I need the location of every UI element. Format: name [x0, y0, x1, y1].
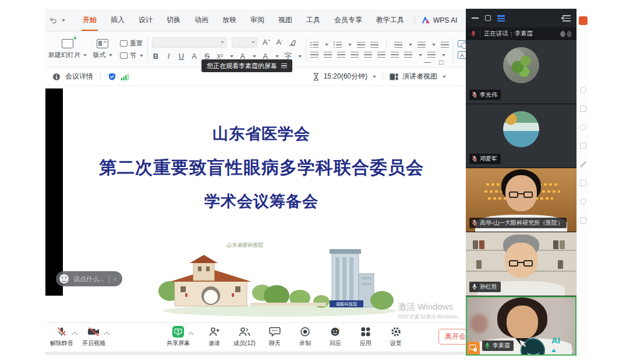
bold-button[interactable]: B: [152, 52, 160, 61]
panel-icon[interactable]: [580, 124, 586, 130]
tab-member[interactable]: 会员专享: [327, 9, 369, 31]
tab-transitions[interactable]: 切换: [160, 9, 187, 31]
tab-insert[interactable]: 插入: [104, 9, 132, 31]
reset-button[interactable]: 重置: [120, 39, 143, 48]
panel-icon[interactable]: [580, 87, 586, 93]
new-slide-icon: [62, 39, 73, 48]
tab-review[interactable]: 审阅: [243, 9, 271, 31]
participant-tile-3[interactable]: 高华-山一大眼科研究所（医院）: [466, 168, 576, 232]
clear-format-icon[interactable]: [288, 39, 296, 46]
align-center-icon[interactable]: [324, 52, 332, 58]
new-slide-button[interactable]: 新建幻灯片: [50, 39, 85, 59]
participant-name: 邓爱军: [480, 155, 497, 163]
panel-icon[interactable]: [580, 217, 586, 223]
apps-button[interactable]: 应用: [355, 326, 377, 347]
chat-input-placeholder[interactable]: 说点什么...: [73, 275, 104, 283]
panel-icon-active[interactable]: [579, 16, 588, 25]
book: [560, 240, 565, 249]
phonetic-guide-icon[interactable]: [394, 42, 402, 48]
char-spacing-button[interactable]: A: [190, 52, 198, 61]
collapse-panel-icon[interactable]: [562, 15, 571, 22]
view-caret-icon[interactable]: [443, 76, 446, 80]
superscript-button[interactable]: X²: [216, 53, 224, 60]
chat-button[interactable]: 聊天: [264, 326, 286, 347]
undo-icon[interactable]: [49, 17, 56, 24]
minimize-icon[interactable]: —: [424, 58, 431, 66]
share-screen-button[interactable]: 共享屏幕: [167, 326, 190, 347]
tab-slideshow[interactable]: 放映: [215, 9, 243, 31]
meeting-details-link[interactable]: 会议详情: [65, 72, 93, 81]
participant-name-badge: 高华-山一大眼科研究所（医院）: [469, 218, 567, 228]
unmute-button[interactable]: 解除静音: [50, 326, 73, 347]
align-left-icon[interactable]: [310, 52, 319, 58]
tab-view[interactable]: 视图: [271, 9, 299, 31]
participant-tile-1[interactable]: 李光伟: [466, 40, 576, 104]
bullet-list-icon[interactable]: [310, 42, 319, 48]
participant-tile-2[interactable]: 邓爱军: [466, 104, 576, 168]
increase-font-button[interactable]: A: [263, 38, 270, 47]
underline-button[interactable]: U: [178, 52, 185, 61]
section-button[interactable]: 节: [120, 51, 143, 60]
distribute-icon[interactable]: [364, 52, 372, 58]
settings-button[interactable]: 设置: [385, 326, 407, 347]
columns-icon[interactable]: [377, 52, 385, 58]
tab-tools[interactable]: 工具: [299, 9, 327, 31]
tab-design[interactable]: 设计: [132, 9, 160, 31]
participant-tile-4[interactable]: 孙红胜: [466, 232, 576, 296]
invite-button[interactable]: 邀请: [203, 326, 225, 347]
network-signal-icon[interactable]: [121, 73, 129, 80]
participant-name: 高华-山一大眼科研究所（医院）: [480, 219, 563, 227]
start-video-button[interactable]: 开启视频: [82, 326, 105, 347]
tooltip-menu-icon[interactable]: [281, 63, 287, 68]
layout-button[interactable]: 版式: [85, 39, 120, 59]
format-painter-icon[interactable]: [441, 42, 449, 48]
record-button[interactable]: 录制: [294, 326, 316, 347]
sidebar-layout-icon[interactable]: [497, 15, 505, 22]
paragraph-settings-icon[interactable]: [427, 52, 436, 58]
quick-chat-pill[interactable]: 说点什么... ‹: [56, 271, 122, 286]
quick-access-caret-icon[interactable]: [62, 19, 65, 23]
layout-label: 版式: [93, 51, 106, 59]
maximize-icon[interactable]: □: [439, 58, 443, 66]
italic-button[interactable]: I: [165, 52, 172, 61]
participant-name: 李光伟: [480, 91, 497, 99]
decrease-font-button[interactable]: A: [275, 38, 283, 47]
security-shield-icon[interactable]: [108, 72, 116, 81]
view-mode-select[interactable]: 演讲者视图: [402, 72, 437, 81]
panel-icon[interactable]: [580, 161, 586, 168]
font-family-select[interactable]: [152, 37, 227, 48]
hospital-sign-text: 省眼科医院: [335, 301, 358, 307]
panel-icon[interactable]: [580, 143, 586, 149]
tab-animations[interactable]: 动画: [187, 9, 215, 31]
panel-icon[interactable]: [580, 105, 586, 112]
emoji-icon[interactable]: [59, 274, 69, 283]
line-spacing-icon[interactable]: [417, 42, 426, 48]
reactions-button[interactable]: 回应: [324, 326, 346, 347]
sidebar-header: [466, 9, 576, 27]
tab-wps-ai[interactable]: WPS AI: [419, 16, 461, 24]
numbered-list-icon[interactable]: [334, 42, 342, 48]
timer-caret-icon[interactable]: [373, 76, 376, 80]
reset-icon: [120, 40, 128, 47]
font-size-select[interactable]: [232, 37, 257, 48]
active-speaker-bar: 正在讲话：李素霞: [466, 27, 576, 40]
members-button[interactable]: 成员(12): [233, 326, 256, 347]
numbering-settings-icon[interactable]: [404, 52, 412, 58]
collapse-chat-icon[interactable]: ‹: [114, 275, 116, 282]
meeting-timer[interactable]: 15:20(60分钟): [324, 72, 367, 81]
sidebar-maximize-icon[interactable]: [485, 15, 491, 21]
invite-label: 邀请: [208, 339, 220, 347]
panel-icon[interactable]: [580, 180, 586, 186]
align-right-icon[interactable]: [337, 52, 345, 58]
text-direction-icon[interactable]: [391, 52, 399, 58]
justify-icon[interactable]: [351, 52, 359, 58]
wps-ai-logo-icon: [422, 17, 430, 24]
panel-icon[interactable]: [580, 198, 586, 205]
tab-teaching-tools[interactable]: 教学工具: [369, 9, 411, 31]
video-conference-sidebar: 正在讲话：李素霞 李光伟 邓爱军: [466, 9, 576, 356]
participant-tile-5-active[interactable]: 李素霞 AI 8.5K/s: [466, 296, 576, 356]
tab-home[interactable]: 开始: [76, 9, 104, 31]
sidebar-minimize-icon[interactable]: [472, 17, 479, 19]
decrease-indent-icon[interactable]: [357, 42, 365, 48]
increase-indent-icon[interactable]: [370, 42, 378, 48]
